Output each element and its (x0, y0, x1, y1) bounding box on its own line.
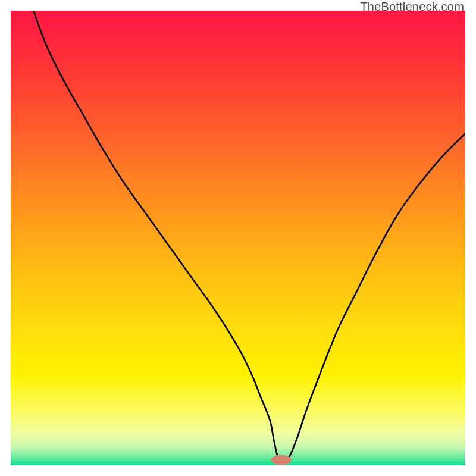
plot-area (11, 11, 465, 465)
optimal-marker (271, 455, 292, 465)
watermark-text: TheBottleneck.com (360, 0, 464, 14)
chart-container: TheBottleneck.com (0, 0, 476, 476)
gradient-background (11, 11, 465, 465)
chart-svg (11, 11, 465, 465)
